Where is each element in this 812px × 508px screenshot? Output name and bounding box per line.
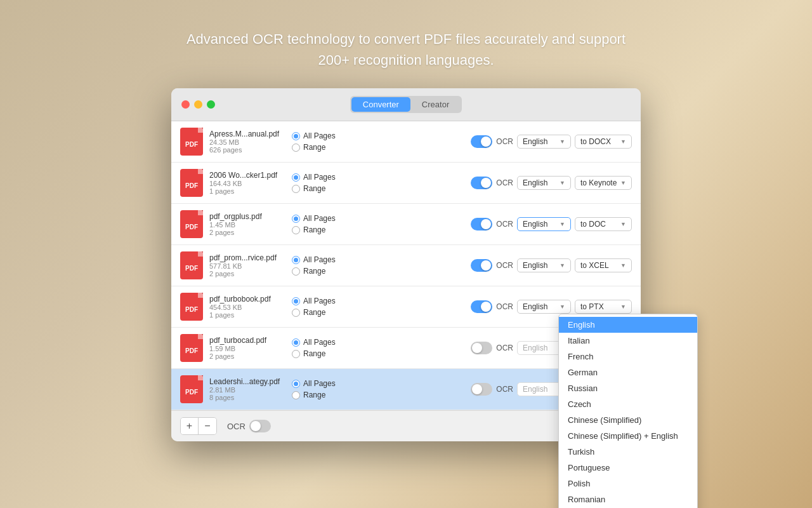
all-pages-label: All Pages (303, 338, 336, 347)
all-pages-radio[interactable] (292, 338, 300, 347)
ocr-toggle[interactable] (471, 218, 492, 231)
range-radio[interactable] (292, 391, 300, 399)
lang-option-portuguese[interactable]: Portuguese (559, 460, 697, 476)
range-option[interactable]: Range (292, 184, 355, 193)
ocr-toggle[interactable] (471, 135, 492, 148)
lang-option-italian[interactable]: Italian (559, 333, 697, 349)
all-pages-option[interactable]: All Pages (292, 131, 355, 140)
range-option[interactable]: Range (292, 391, 355, 399)
add-file-button[interactable]: + (181, 418, 199, 434)
file-info: pdf_turbocad.pdf 1.59 MB 2 pages (209, 336, 285, 360)
file-info: pdf_turbobook.pdf 454.53 KB 1 pages (209, 295, 285, 319)
range-option[interactable]: Range (292, 225, 355, 234)
tab-creator[interactable]: Creator (410, 97, 461, 112)
maximize-button[interactable] (207, 100, 215, 109)
all-pages-option[interactable]: All Pages (292, 255, 355, 264)
file-size: 577.81 KB (209, 262, 285, 270)
pdf-icon: PDF (180, 128, 203, 156)
file-pages: 8 pages (209, 394, 285, 401)
lang-option-polish[interactable]: Polish (559, 476, 697, 491)
range-option[interactable]: Range (292, 349, 355, 358)
range-option[interactable]: Range (292, 267, 355, 276)
ocr-toggle[interactable] (471, 342, 492, 354)
all-pages-option[interactable]: All Pages (292, 338, 355, 347)
all-pages-radio[interactable] (292, 215, 300, 223)
file-size: 454.53 KB (209, 304, 285, 311)
dropdown-arrow-icon: ▼ (560, 180, 565, 186)
bottom-ocr-label: OCR (227, 422, 246, 431)
range-option[interactable]: Range (292, 143, 355, 152)
lang-option-chinese-simplified-english[interactable]: Chinese (Simplified) + English (559, 428, 697, 444)
minimize-button[interactable] (194, 100, 202, 109)
table-row[interactable]: PDF Apress.M...anual.pdf 24.35 MB 626 pa… (171, 121, 641, 163)
range-radio[interactable] (292, 144, 300, 152)
page-options: All Pages Range (292, 338, 355, 358)
table-row[interactable]: PDF pdf_orgplus.pdf 1.45 MB 2 pages All … (171, 204, 641, 245)
lang-option-czech[interactable]: Czech (559, 396, 697, 412)
lang-option-english[interactable]: English (559, 317, 697, 333)
file-name: pdf_turbobook.pdf (209, 295, 285, 304)
page-options: All Pages Range (292, 131, 355, 152)
range-radio[interactable] (292, 309, 300, 317)
range-radio[interactable] (292, 350, 300, 358)
all-pages-radio[interactable] (292, 132, 300, 140)
lang-option-french[interactable]: French (559, 349, 697, 364)
ocr-section: OCR English ▼ to DOC ▼ (471, 217, 632, 231)
all-pages-radio[interactable] (292, 173, 300, 182)
lang-dropdown[interactable]: English ▼ (517, 176, 571, 190)
format-arrow-icon: ▼ (620, 138, 626, 145)
close-button[interactable] (181, 100, 190, 109)
lang-option-chinese-simplified[interactable]: Chinese (Simplified) (559, 412, 697, 428)
all-pages-radio[interactable] (292, 256, 300, 264)
header-line2: 200+ recognition languages. (187, 50, 625, 70)
remove-file-button[interactable]: − (199, 418, 216, 434)
ocr-label: OCR (496, 302, 513, 311)
range-radio[interactable] (292, 226, 300, 234)
lang-dropdown[interactable]: English ▼ (517, 258, 571, 272)
range-option[interactable]: Range (292, 308, 355, 317)
ocr-section: OCR English ▼ to PTX ▼ (471, 300, 632, 314)
all-pages-option[interactable]: All Pages (292, 214, 355, 223)
lang-option-romanian[interactable]: Romanian (559, 491, 697, 507)
lang-option-turkish[interactable]: Turkish (559, 444, 697, 460)
all-pages-label: All Pages (303, 379, 336, 388)
lang-dropdown[interactable]: English ▼ (517, 135, 571, 149)
file-pages: 1 pages (209, 187, 285, 195)
all-pages-option[interactable]: All Pages (292, 379, 355, 388)
lang-option-russian[interactable]: Russian (559, 380, 697, 396)
format-dropdown[interactable]: to PTX ▼ (575, 300, 632, 314)
range-label: Range (303, 225, 325, 234)
ocr-toggle[interactable] (471, 383, 492, 396)
range-label: Range (303, 143, 325, 152)
dropdown-arrow-icon: ▼ (560, 221, 565, 227)
dropdown-arrow-icon: ▼ (560, 138, 565, 145)
header: Advanced OCR technology to convert PDF f… (187, 29, 625, 70)
file-size: 2.81 MB (209, 386, 285, 394)
format-dropdown[interactable]: to XCEL ▼ (575, 258, 632, 272)
table-row[interactable]: PDF 2006 Wo...cker1.pdf 164.43 KB 1 page… (171, 163, 641, 204)
format-dropdown[interactable]: to DOCX ▼ (575, 135, 632, 149)
all-pages-option[interactable]: All Pages (292, 297, 355, 305)
ocr-toggle[interactable] (471, 259, 492, 272)
all-pages-radio[interactable] (292, 297, 300, 305)
lang-dropdown[interactable]: English ▼ (517, 217, 571, 231)
format-dropdown[interactable]: to DOC ▼ (575, 217, 632, 231)
range-radio[interactable] (292, 267, 300, 276)
tab-converter[interactable]: Converter (351, 97, 410, 112)
all-pages-label: All Pages (303, 255, 336, 264)
all-pages-label: All Pages (303, 173, 336, 182)
all-pages-radio[interactable] (292, 380, 300, 388)
range-radio[interactable] (292, 185, 300, 193)
file-info: pdf_prom...rvice.pdf 577.81 KB 2 pages (209, 253, 285, 277)
all-pages-option[interactable]: All Pages (292, 173, 355, 182)
lang-dropdown[interactable]: English ▼ (517, 300, 571, 314)
range-label: Range (303, 391, 325, 399)
lang-option-german[interactable]: German (559, 364, 697, 380)
ocr-toggle[interactable] (471, 177, 492, 189)
bottom-ocr-toggle[interactable] (249, 420, 271, 432)
app-window: Converter Creator PDF Apress.M...anual.p… (171, 88, 641, 441)
ocr-toggle[interactable] (471, 300, 492, 313)
format-dropdown[interactable]: to Keynote ▼ (575, 176, 632, 190)
pdf-icon: PDF (180, 293, 203, 321)
table-row[interactable]: PDF pdf_prom...rvice.pdf 577.81 KB 2 pag… (171, 245, 641, 286)
